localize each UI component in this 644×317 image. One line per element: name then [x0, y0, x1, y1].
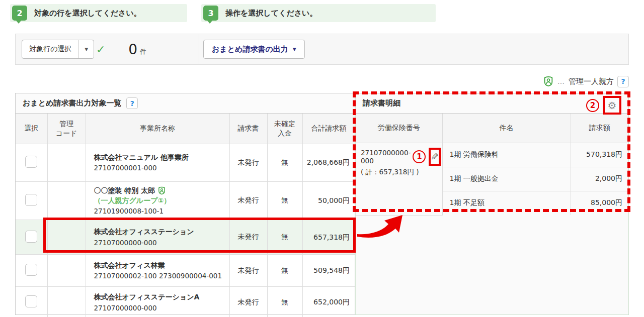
office-name-cell: 株式会社オフィスステーションA 27107000000-000 — [86, 287, 229, 317]
column-header-total: 合計請求額 — [302, 114, 355, 144]
company-name: 〇〇塗装 特別 太郎 — [94, 186, 155, 196]
edit-pencil-button[interactable]: ✎ — [429, 148, 441, 166]
table-row[interactable]: 株式会社マニュアル 他事業所 27107000001-000 未発行 無 2,0… — [16, 144, 355, 181]
company-code: 27107000000-000 — [94, 303, 224, 312]
unconfirmed-payment: 無 — [267, 255, 302, 287]
solo-master-shield-icon — [543, 76, 554, 87]
total-amount: 657,318円 — [302, 220, 355, 255]
table-row[interactable]: 株式会社オフィス林業 27107000002-100 27300900004-0… — [16, 255, 355, 287]
office-name-cell: 株式会社オフィス林業 27107000002-100 27300900004-0… — [86, 255, 229, 287]
detail-panel-title: 請求書明細 — [363, 98, 400, 108]
total-amount: 2,068,668円 — [302, 144, 355, 181]
page: 2 対象の行を選択してください。 3 操作を選択してください。 対象行の選択 ▼… — [0, 0, 644, 317]
summary-header-row: 選択 管理 コード 事業所名称 請求書 未確定 入金 合計請求額 — [16, 114, 355, 144]
company-name: 株式会社オフィスステーションA — [94, 292, 224, 302]
column-header-invoice: 請求書 — [229, 114, 267, 144]
row-checkbox[interactable] — [25, 295, 37, 307]
invoice-status: 未発行 — [229, 144, 267, 181]
table-row[interactable]: 株式会社オフィスステーションA 27107000000-000 未発行 無 65… — [16, 287, 355, 317]
item-amount: 85,000円 — [571, 191, 628, 215]
admin-code-cell — [47, 287, 86, 317]
step-3-label: 操作を選択してください。 — [225, 9, 317, 18]
select-rows-button-label[interactable]: 対象行の選択 — [22, 40, 78, 58]
column-header-insurance-number: 労働保険番号 — [356, 114, 442, 143]
office-name-cell: 〇〇塗装 特別 太郎 （一人親方グループ①） 27101900008-100-1 — [86, 181, 229, 220]
company-name: 株式会社オフィスステーション — [94, 227, 224, 237]
step-3-header: 3 操作を選択してください。 — [201, 4, 436, 22]
unconfirmed-payment: 無 — [267, 144, 302, 181]
summary-table-titlebar: おまとめ請求書出力対象一覧 ? — [16, 93, 355, 114]
unconfirmed-payment: 無 — [267, 181, 302, 220]
column-header-unconfirmed: 未確定 入金 — [267, 114, 302, 144]
invoice-status: 未発行 — [229, 287, 267, 317]
legend-ellipsis: … — [557, 77, 565, 85]
pencil-icon[interactable]: ✎ — [431, 151, 439, 162]
company-code: 27101900008-100-1 — [94, 206, 224, 216]
item-amount: 570,318円 — [571, 143, 628, 167]
solo-master-shield-icon — [157, 186, 166, 195]
office-name-cell: 株式会社オフィスステーション 27107000000-000 — [86, 220, 229, 255]
help-icon[interactable]: ? — [617, 76, 629, 87]
invoice-detail-panel: 請求書明細 2 ⚙ 労働保険番号 件名 請求額 27107000000-0 — [355, 93, 629, 315]
column-header-select: 選択 — [16, 114, 47, 144]
table-row[interactable]: 〇〇塗装 特別 太郎 （一人親方グループ①） 27101900008-100-1… — [16, 181, 355, 220]
column-header-office-name: 事業所名称 — [86, 114, 229, 144]
insurance-number: 27107000000-000 — [361, 149, 411, 165]
insurance-number-cell: 27107000000-000 1 ✎ ( 計：657,318円 ) — [356, 143, 442, 215]
selected-count-unit: 件 — [140, 43, 146, 56]
company-code: 27107000000-000 — [94, 238, 224, 247]
detail-panel-titlebar: 請求書明細 2 ⚙ — [356, 93, 628, 114]
toolbar-selection-section: 対象行の選択 ▼ ✓ 0 件 — [16, 34, 199, 64]
total-amount: 509,548円 — [302, 255, 355, 287]
office-name-cell: 株式会社マニュアル 他事業所 27107000001-000 — [86, 144, 229, 181]
output-invoice-button-label[interactable]: おまとめ請求書の出力 — [212, 45, 288, 54]
summary-table-panel: おまとめ請求書出力対象一覧 ? 選択 管理 コード 事業所名称 請求書 未確定 … — [15, 93, 355, 315]
detail-row: 27107000000-000 1 ✎ ( 計：657,318円 ) 1期 労働… — [356, 143, 628, 167]
legend: … 管理一人親方 ? — [543, 74, 629, 88]
detail-table: 労働保険番号 件名 請求額 27107000000-000 1 ✎ ( 計：65… — [356, 114, 628, 216]
column-header-admin-code: 管理 コード — [47, 114, 86, 144]
invoice-status: 未発行 — [229, 255, 267, 287]
row-checkbox[interactable] — [25, 231, 37, 243]
summary-table: 選択 管理 コード 事業所名称 請求書 未確定 入金 合計請求額 株式会社マニュ… — [16, 114, 355, 317]
step-3-badge: 3 — [203, 6, 218, 21]
item-amount: 2,000円 — [571, 167, 628, 191]
caret-down-icon[interactable]: ▼ — [293, 47, 296, 52]
summary-table-title: おまとめ請求書出力対象一覧 — [23, 98, 121, 108]
insurance-total: ( 計：657,318円 ) — [361, 168, 440, 177]
toolbar-action-section: おまとめ請求書の出力 ▼ — [199, 34, 628, 64]
legend-label: 管理一人親方 — [569, 77, 614, 86]
company-code: 27107000002-100 27300900004-001 — [94, 271, 224, 280]
row-checkbox[interactable] — [25, 194, 37, 206]
admin-code-cell — [47, 144, 86, 181]
annotation-circle-2: 2 — [586, 99, 599, 112]
company-code: 27107000001-000 — [94, 163, 224, 172]
item-name: 1期 不足額 — [442, 191, 571, 215]
caret-down-icon[interactable]: ▼ — [78, 40, 94, 58]
step-3-number: 3 — [208, 9, 213, 18]
column-header-subject: 件名 — [442, 114, 571, 143]
output-invoice-button[interactable]: おまとめ請求書の出力 ▼ — [203, 40, 305, 59]
step-2-label: 対象の行を選択してください。 — [34, 9, 141, 18]
admin-code-cell — [47, 181, 86, 220]
admin-code-cell — [47, 220, 86, 255]
row-checkbox[interactable] — [25, 264, 37, 276]
table-row-selected[interactable]: 株式会社オフィスステーション 27107000000-000 未発行 無 657… — [16, 220, 355, 255]
item-name: 1期 一般拠出金 — [442, 167, 571, 191]
detail-header-row: 労働保険番号 件名 請求額 — [356, 114, 628, 143]
unconfirmed-payment: 無 — [267, 287, 302, 317]
step-2-badge: 2 — [12, 6, 27, 21]
column-header-amount: 請求額 — [571, 114, 628, 143]
row-checkbox[interactable] — [25, 156, 37, 168]
gear-icon[interactable]: ⚙ — [608, 99, 617, 112]
company-name: 株式会社マニュアル 他事業所 — [94, 153, 224, 163]
company-name: 株式会社オフィス林業 — [94, 261, 224, 271]
step-2-number: 2 — [17, 9, 22, 18]
help-icon[interactable]: ? — [126, 97, 138, 109]
admin-code-cell — [47, 255, 86, 287]
select-rows-button[interactable]: 対象行の選択 ▼ — [22, 40, 94, 59]
total-amount: 652,000円 — [302, 287, 355, 317]
unconfirmed-payment: 無 — [267, 220, 302, 255]
settings-gear-button[interactable]: ⚙ — [603, 96, 621, 115]
group-label: （一人親方グループ①） — [94, 196, 224, 205]
